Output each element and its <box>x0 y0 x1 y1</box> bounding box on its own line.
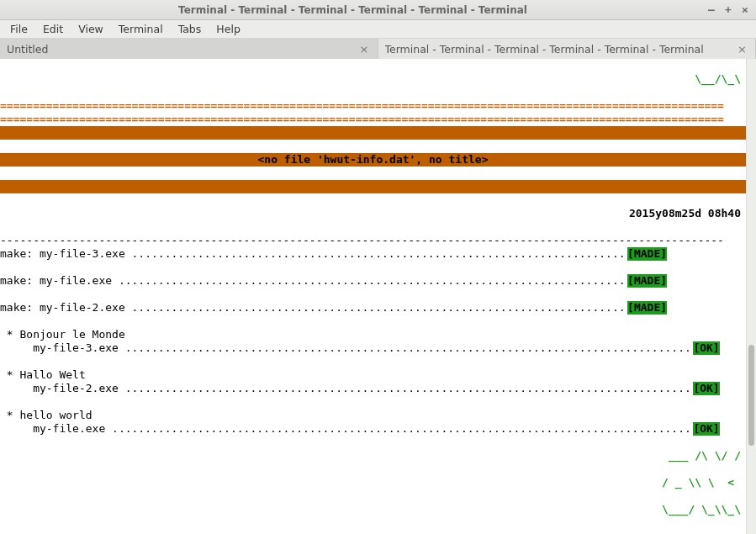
menu-edit[interactable]: Edit <box>36 21 70 37</box>
dots <box>112 422 693 436</box>
test-file: my-file-2.exe <box>0 382 125 395</box>
status-badge: [OK] <box>693 341 719 355</box>
dots <box>119 274 627 288</box>
test-row: my-file-3.exe [OK] <box>0 341 746 355</box>
close-icon[interactable]: × <box>358 43 371 56</box>
tab-label: Untitled <box>7 43 358 56</box>
divider: ========================================… <box>0 530 724 534</box>
menu-help[interactable]: Help <box>209 21 247 37</box>
tab-untitled[interactable]: Untitled × <box>0 39 378 59</box>
status-badge: [OK] <box>693 382 719 395</box>
status-badge: [MADE] <box>627 274 667 288</box>
tab-terminal[interactable]: Terminal - Terminal - Terminal - Termina… <box>378 39 757 59</box>
tabbar: Untitled × Terminal - Terminal - Termina… <box>0 39 756 59</box>
scrollbar-vertical[interactable] <box>746 59 756 534</box>
window-maximize-button[interactable]: + <box>722 4 734 16</box>
banner <box>0 126 746 140</box>
status-badge: [OK] <box>693 422 719 436</box>
window-titlebar: Terminal - Terminal - Terminal - Termina… <box>0 0 756 20</box>
divider: ========================================… <box>0 113 724 125</box>
scrollbar-thumb[interactable] <box>748 345 754 446</box>
make-row: make: my-file.exe [MADE] <box>0 274 746 288</box>
menubar: File Edit View Terminal Tabs Help <box>0 20 756 39</box>
window-minimize-button[interactable]: – <box>706 4 717 16</box>
menu-file[interactable]: File <box>3 21 34 37</box>
test-row: my-file.exe [OK] <box>0 422 746 436</box>
make-row: make: my-file-2.exe [MADE] <box>0 301 746 315</box>
test-title: * hello world <box>0 409 93 421</box>
status-badge: [MADE] <box>627 247 667 261</box>
window-title: Terminal - Terminal - Terminal - Termina… <box>5 4 700 16</box>
dots <box>125 341 694 355</box>
ascii-art: \__/\_\ <box>0 72 746 86</box>
dots <box>132 301 628 315</box>
test-file: my-file.exe <box>0 422 112 436</box>
test-file: my-file-3.exe <box>0 341 125 355</box>
test-title: * Hallo Welt <box>0 368 86 381</box>
banner <box>0 180 746 193</box>
tab-label: Terminal - Terminal - Terminal - Termina… <box>385 43 737 56</box>
make-row: make: my-file-3.exe [MADE] <box>0 247 746 261</box>
terminal-output[interactable]: \__/\_\ ================================… <box>0 59 746 534</box>
make-label: make: my-file-2.exe <box>0 301 132 315</box>
dots <box>125 382 694 395</box>
test-row: my-file-2.exe [OK] <box>0 382 746 395</box>
divider: ========================================… <box>0 99 724 112</box>
banner-title: <no file 'hwut-info.dat', no title> <box>0 153 746 167</box>
ascii-art: \___/ \_\\_\ <box>0 503 746 516</box>
ascii-art: ___ /\ \/ / <box>0 449 746 463</box>
dots <box>132 247 628 261</box>
menu-tabs[interactable]: Tabs <box>172 21 209 37</box>
menu-terminal[interactable]: Terminal <box>112 21 170 37</box>
ascii-art: / _ \\ \ < <box>0 476 746 489</box>
divider: ----------------------------------------… <box>0 234 724 246</box>
status-badge: [MADE] <box>627 301 667 315</box>
make-label: make: my-file.exe <box>0 274 119 288</box>
close-icon[interactable]: × <box>736 43 748 56</box>
timestamp: 2015y08m25d 08h40 <box>0 207 746 220</box>
window-close-button[interactable]: × <box>739 4 751 16</box>
test-title: * Bonjour le Monde <box>0 328 125 341</box>
make-label: make: my-file-3.exe <box>0 247 132 261</box>
menu-view[interactable]: View <box>71 21 110 37</box>
